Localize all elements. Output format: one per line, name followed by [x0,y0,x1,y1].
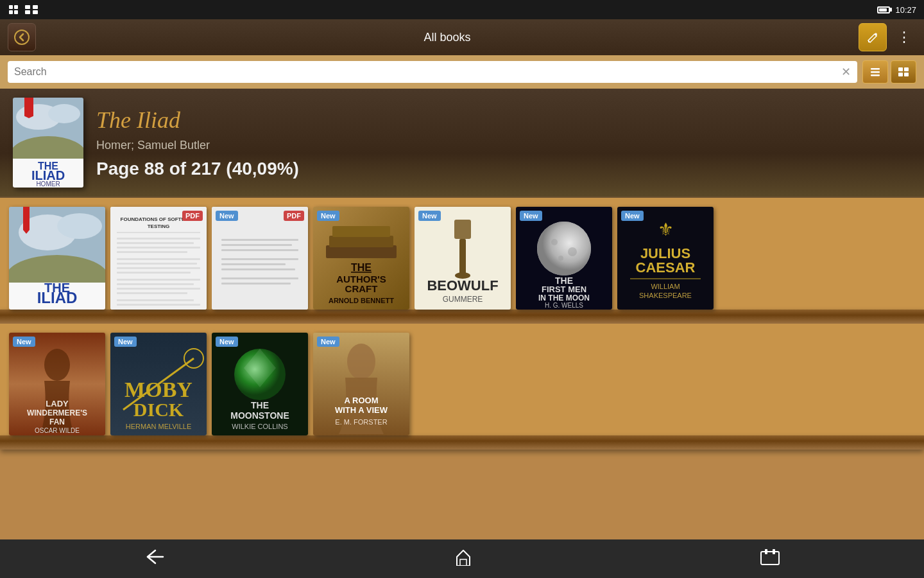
list-item[interactable]: FOUNDATIONS OF SOFTWARE TESTING [110,207,207,310]
svg-rect-45 [117,283,194,285]
svg-rect-57 [221,277,298,279]
svg-rect-15 [904,73,909,76]
back-nav-button[interactable] [131,543,180,575]
list-item[interactable]: A ROOM WITH A VIEW E. M. FORSTER New [313,333,409,435]
svg-rect-6 [25,10,30,14]
svg-rect-13 [904,67,909,71]
moby-dick-cover-art: MOBY DICK HERMAN MELVILLE [110,333,207,435]
list-item[interactable]: BEOWULF GUMMERE New [415,207,511,310]
recent-nav-button[interactable] [747,543,793,575]
svg-rect-38 [117,247,200,249]
recent-nav-icon [760,548,780,566]
svg-text:TESTING: TESTING [148,223,170,229]
svg-rect-40 [117,258,200,260]
list-view-icon [869,67,881,77]
page-title: All books [44,31,851,44]
list-item[interactable]: THE MOONSTONE WILKIE COLLINS New [212,333,308,435]
back-arrow-icon [13,29,30,46]
svg-text:DICK: DICK [133,399,184,420]
book-cover-foundations: FOUNDATIONS OF SOFTWARE TESTING [110,207,207,310]
svg-rect-10 [871,71,880,73]
authors-craft-cover-art: THE AUTHOR'S CRAFT ARNOLD BENNETT [313,207,409,310]
current-book-banner[interactable]: THE ILIAD HOMER The Iliad Homer; Samuel … [0,89,924,198]
svg-text:WINDERMERE'S: WINDERMERE'S [27,408,87,417]
svg-text:IN THE MOON: IN THE MOON [538,293,590,302]
svg-rect-48 [117,299,194,301]
new-badge: New [317,337,339,347]
current-book-author: Homer; Samuel Butler [96,139,911,152]
blank-pdf-cover-art [212,207,308,310]
book-cover-julius-caesar: ⚜ JULIUS CAESAR WILLIAM SHAKESPEARE New [617,207,714,310]
svg-point-26 [57,213,102,239]
top-bar: All books ⋮ [0,19,924,55]
svg-rect-12 [898,67,903,71]
list-view-button[interactable] [862,60,888,83]
svg-text:THE: THE [251,400,269,410]
current-book-title: The Iliad [96,107,911,134]
book-cover-moby-dick: MOBY DICK HERMAN MELVILLE New [110,333,207,435]
shelf-row-2: LADY WINDERMERE'S FAN OSCAR WILDE New [0,324,924,450]
svg-rect-4 [25,5,30,9]
search-clear-button[interactable]: ✕ [841,65,851,79]
status-bar-right: 10:27 [877,5,916,15]
main-content: THE ILIAD HOMER The Iliad Homer; Samuel … [0,89,924,539]
svg-point-78 [558,256,563,261]
svg-rect-41 [117,263,197,265]
list-item[interactable]: THE FIRST MEN IN THE MOON H. G. WELLS Ne… [516,207,612,310]
status-bar-left [8,4,38,15]
home-nav-icon [454,548,473,566]
pencil-icon [866,30,880,44]
svg-rect-112 [460,559,466,566]
svg-rect-3 [14,10,18,14]
foundations-cover-art: FOUNDATIONS OF SOFTWARE TESTING [110,207,207,310]
svg-rect-51 [221,239,298,241]
svg-rect-2 [9,10,13,14]
new-badge: New [216,337,238,347]
search-input-wrapper[interactable]: ✕ [8,61,857,83]
list-item[interactable]: ⚜ JULIUS CAESAR WILLIAM SHAKESPEARE New [617,207,714,310]
svg-text:FIRST MEN: FIRST MEN [542,285,586,294]
svg-rect-42 [117,267,200,269]
current-book-cover[interactable]: THE ILIAD HOMER [13,98,83,188]
list-item[interactable]: MOBY DICK HERMAN MELVILLE New [110,333,207,435]
list-item[interactable]: New PDF [212,207,308,310]
book-cover-pdf-blank: New PDF [212,207,308,310]
list-item[interactable]: THE ILIAD [9,207,105,310]
back-button[interactable] [8,23,36,51]
battery-icon [877,6,890,13]
svg-text:WILKIE COLLINS: WILKIE COLLINS [232,423,287,430]
list-item[interactable]: THE AUTHOR'S CRAFT ARNOLD BENNETT New [313,207,409,310]
grid-view-icon [898,67,909,77]
menu-button[interactable]: ⋮ [892,24,916,51]
svg-text:A ROOM: A ROOM [345,396,379,405]
book-cover-iliad: THE ILIAD [9,207,105,310]
svg-text:FAN: FAN [49,417,65,426]
current-book-progress: Page 88 of 217 (40,09%) [96,159,911,179]
shelf-books-2: LADY WINDERMERE'S FAN OSCAR WILDE New [9,333,915,435]
svg-text:SHAKESPEARE: SHAKESPEARE [639,292,692,299]
book-cover-beowulf: BEOWULF GUMMERE New [415,207,511,310]
current-book-cover-art: THE ILIAD HOMER [13,98,83,188]
svg-marker-31 [23,207,30,234]
svg-rect-1 [14,5,18,9]
svg-rect-9 [871,68,880,70]
svg-text:LADY: LADY [46,399,69,408]
svg-text:CAESAR: CAESAR [636,259,696,276]
svg-text:GUMMERE: GUMMERE [443,295,483,304]
svg-text:WILLIAM: WILLIAM [651,283,680,290]
home-nav-button[interactable] [441,543,486,575]
edit-button[interactable] [859,23,887,51]
list-item[interactable]: LADY WINDERMERE'S FAN OSCAR WILDE New [9,333,105,435]
svg-text:MOONSTONE: MOONSTONE [230,410,289,421]
svg-rect-55 [221,263,286,265]
svg-rect-5 [33,5,38,9]
view-toggles [862,60,916,83]
search-bar-container: ✕ [0,55,924,89]
grid-view-button[interactable] [891,60,916,83]
book-cover-authors-craft: THE AUTHOR'S CRAFT ARNOLD BENNETT New [313,207,409,310]
svg-rect-7 [33,10,38,14]
pdf-badge: PDF [284,211,304,221]
search-input[interactable] [14,66,836,78]
room-cover-art: A ROOM WITH A VIEW E. M. FORSTER [313,333,409,435]
svg-rect-36 [117,238,200,240]
